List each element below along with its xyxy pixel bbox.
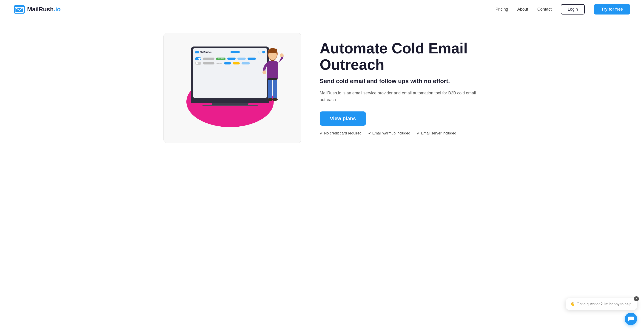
pill-yellow <box>233 62 240 64</box>
feature-label-3: Email server included <box>421 131 456 135</box>
nav-links: Pricing About Contact Login Try for free <box>496 4 630 15</box>
pill-blue-3 <box>248 58 256 60</box>
pill-blue-1 <box>227 58 236 60</box>
hero-illustration: MailRush.io Sending <box>164 33 301 143</box>
logo[interactable]: MailRush.io <box>14 5 61 14</box>
hero-section: MailRush.io Sending <box>150 19 494 157</box>
laptop: MailRush.io Sending <box>191 47 269 106</box>
laptop-stand <box>212 103 248 105</box>
check-icon-3: ✓ <box>417 131 420 136</box>
svg-rect-2 <box>195 51 199 53</box>
badge-sending: Sending <box>216 58 226 60</box>
pricing-link[interactable]: Pricing <box>496 7 508 12</box>
badge-stopped: Stopped <box>216 62 222 65</box>
chat-emoji: 👋 <box>570 302 575 306</box>
laptop-logo: MailRush.io <box>195 51 212 53</box>
feature-no-credit-card: ✓ No credit card required <box>320 131 362 136</box>
contact-link[interactable]: Contact <box>537 7 552 12</box>
svg-point-6 <box>262 70 266 74</box>
hero-subtitle: Send cold email and follow ups with no e… <box>320 77 480 85</box>
svg-rect-12 <box>268 78 278 80</box>
laptop-nav-pill <box>230 51 240 53</box>
person-illustration <box>258 44 288 109</box>
login-button[interactable]: Login <box>561 4 585 15</box>
feature-label-2: Email warmup included <box>372 131 410 135</box>
chat-close-button[interactable]: × <box>634 296 639 301</box>
chat-open-button[interactable] <box>625 313 637 325</box>
pill-blue-2 <box>238 58 246 60</box>
laptop-screen-inner: MailRush.io Sending <box>193 48 267 98</box>
toggle-off <box>195 62 201 65</box>
laptop-screen-outer: MailRush.io Sending <box>191 47 269 99</box>
feature-server: ✓ Email server included <box>417 131 456 136</box>
navbar: MailRush.io Pricing About Contact Login … <box>0 0 644 19</box>
svg-rect-8 <box>268 79 272 99</box>
laptop-foot <box>202 105 258 106</box>
svg-point-11 <box>272 98 278 101</box>
pill-blue-4 <box>224 62 231 64</box>
pill-gray-1 <box>203 58 214 60</box>
chat-bubble: 👋 Got a question? I'm happy to help. × <box>566 298 637 310</box>
view-plans-button[interactable]: View plans <box>320 111 366 126</box>
svg-point-7 <box>280 53 284 57</box>
pill-gray-2 <box>203 62 214 64</box>
laptop-row-stopped: Stopped <box>195 62 265 65</box>
laptop-mockup-container: MailRush.io Sending <box>172 42 292 134</box>
laptop-base <box>191 99 269 103</box>
hero-description: MailRush.io is an email service provider… <box>320 90 480 103</box>
check-icon-1: ✓ <box>320 131 323 136</box>
laptop-row-sending: Sending <box>195 57 265 60</box>
check-icon-2: ✓ <box>368 131 371 136</box>
try-free-button[interactable]: Try for free <box>594 4 630 15</box>
chat-bubble-text: Got a question? I'm happy to help. <box>577 302 632 306</box>
about-link[interactable]: About <box>517 7 528 12</box>
toggle-on <box>195 57 201 60</box>
hero-features: ✓ No credit card required ✓ Email warmup… <box>320 131 480 136</box>
logo-text: MailRush.io <box>27 6 61 13</box>
feature-warmup: ✓ Email warmup included <box>368 131 410 136</box>
pill-blue-5 <box>242 62 250 64</box>
feature-label-1: No credit card required <box>324 131 362 135</box>
svg-rect-9 <box>273 79 277 99</box>
hero-content: Automate Cold Email Outreach Send cold e… <box>320 40 480 135</box>
chat-icon <box>628 316 634 322</box>
laptop-screen-header: MailRush.io <box>195 51 265 55</box>
mail-logo-icon <box>14 5 25 14</box>
svg-rect-5 <box>267 61 278 80</box>
chat-widget: 👋 Got a question? I'm happy to help. × <box>566 298 637 325</box>
laptop-logo-text: MailRush.io <box>200 51 212 53</box>
hero-title: Automate Cold Email Outreach <box>320 40 480 73</box>
